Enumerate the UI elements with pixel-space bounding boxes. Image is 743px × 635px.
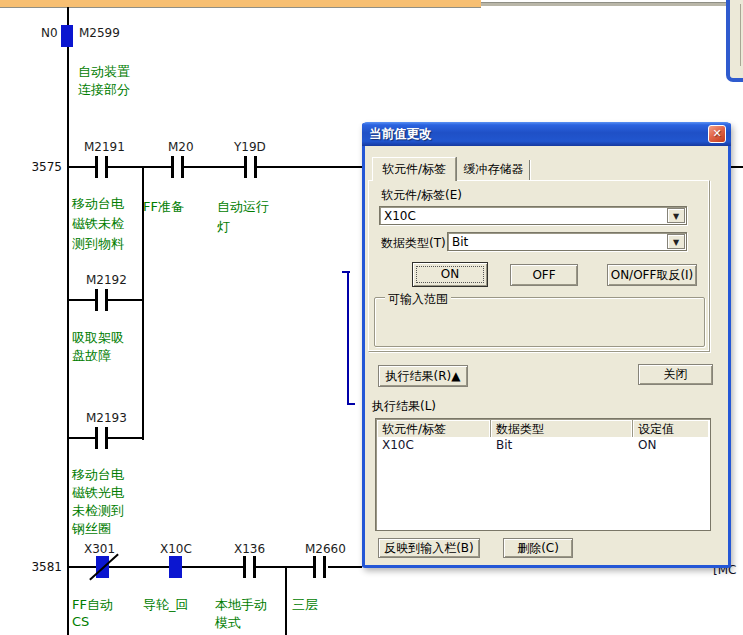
wire (108, 299, 144, 301)
off-button[interactable]: OFF (510, 264, 578, 286)
contact-no[interactable] (95, 427, 98, 449)
contact-no[interactable] (181, 156, 184, 178)
contact-no[interactable] (313, 556, 316, 578)
contact-no-on[interactable] (169, 556, 182, 578)
device-comment: CS (72, 614, 89, 629)
nest-device-label[interactable]: M2599 (79, 26, 120, 40)
row-type: Bit (491, 438, 633, 454)
contact-device-label[interactable]: M20 (168, 140, 194, 154)
dialog-close-button[interactable]: 关闭 (638, 364, 713, 385)
data-type-label: 数据类型(T) (381, 235, 446, 252)
exec-result-toggle-button[interactable]: 执行结果(R)▲ (378, 365, 468, 387)
energized-wire (347, 271, 349, 405)
pane-divider (481, 2, 727, 6)
delete-button[interactable]: 删除(C) (503, 538, 573, 558)
dialog-title: 当前值更改 (369, 126, 432, 141)
contact-device-label[interactable]: M2192 (86, 273, 127, 287)
device-comment: 移动台电 (72, 195, 124, 213)
nest-comment-line1: 自动装置 (78, 63, 130, 81)
contact-device-label[interactable]: M2191 (84, 140, 125, 154)
toolbar-strip (0, 0, 481, 8)
dialog-titlebar[interactable]: 当前值更改 ✕ (362, 122, 731, 146)
rung-number-3581: 3581 (26, 560, 62, 574)
device-comment: 三层 (292, 596, 318, 614)
settable-range-label: 可输入范围 (385, 291, 451, 308)
tab-buffer-memory[interactable]: 缓冲存储器 (458, 160, 530, 180)
nest-comment-line2: 连接部分 (78, 81, 130, 99)
table-row[interactable]: X10C Bit ON (377, 438, 709, 454)
device-comment: 吸取架吸 (72, 329, 124, 347)
wire (108, 166, 171, 168)
contact-device-label[interactable]: M2193 (86, 411, 127, 425)
chevron-down-icon[interactable]: ▼ (667, 208, 685, 223)
chevron-down-icon[interactable]: ▼ (667, 234, 685, 249)
device-comment: 钢丝圈 (72, 520, 111, 538)
contact-no[interactable] (105, 156, 108, 178)
device-comment: FF准备 (143, 198, 184, 216)
device-comment: 模式 (215, 614, 241, 632)
contact-no[interactable] (171, 156, 174, 178)
contact-device-label[interactable]: X10C (160, 542, 192, 556)
contact-no[interactable] (253, 556, 256, 578)
on-button[interactable]: ON (412, 262, 488, 287)
device-comment: FF自动 (72, 596, 113, 614)
device-comment: 未检测到 (72, 502, 124, 520)
data-type-combo[interactable]: Bit ▼ (447, 232, 687, 251)
device-combo-value[interactable]: X10C (384, 209, 416, 223)
contact-no[interactable] (243, 556, 246, 578)
contact-no[interactable] (254, 156, 257, 178)
background-window-corner (726, 0, 743, 82)
column-header[interactable]: 软元件/标签 (377, 420, 491, 437)
contact-no[interactable] (105, 427, 108, 449)
data-type-combo-value[interactable]: Bit (452, 235, 468, 249)
wire (731, 166, 743, 168)
contact-device-label[interactable]: X301 (84, 542, 115, 556)
wire (257, 166, 362, 168)
mc-nest-contact[interactable] (61, 25, 73, 47)
column-header[interactable]: 设定值 (633, 420, 709, 437)
wire (109, 566, 169, 568)
wire (68, 299, 95, 301)
table-header-row: 软元件/标签 数据类型 设定值 (377, 420, 709, 437)
contact-no[interactable] (95, 156, 98, 178)
contact-no[interactable] (95, 289, 98, 311)
contact-no[interactable] (323, 556, 326, 578)
device-combo[interactable]: X10C ▼ (379, 206, 687, 225)
contact-no[interactable] (244, 156, 247, 178)
device-comment: 导轮_回 (143, 596, 189, 614)
contact-device-label[interactable]: M2660 (305, 542, 346, 556)
exec-result-list-label: 执行结果(L) (372, 398, 436, 415)
device-field-label: 软元件/标签(E) (381, 187, 462, 204)
background-window-edge (740, 4, 741, 66)
device-comment: 磁铁未检 (72, 215, 124, 233)
wire (68, 166, 95, 168)
device-comment: 盘故障 (72, 347, 111, 365)
focus-rect (416, 266, 484, 283)
exec-result-table[interactable]: 软元件/标签 数据类型 设定值 X10C Bit ON (375, 418, 711, 531)
device-comment: 灯 (217, 218, 230, 236)
contact-no[interactable] (105, 289, 108, 311)
row-device: X10C (377, 438, 491, 454)
device-comment: 自动运行 (217, 198, 269, 216)
wire (328, 566, 362, 568)
wire (184, 166, 244, 168)
device-comment: 磁铁光电 (72, 484, 124, 502)
branch-rail (285, 566, 287, 635)
reflect-to-input-button[interactable]: 反映到输入栏(B) (378, 538, 480, 558)
row-value: ON (633, 438, 709, 454)
branch-rail (142, 166, 144, 440)
close-icon[interactable]: ✕ (708, 125, 726, 143)
wire (108, 437, 144, 439)
wire (182, 566, 243, 568)
device-comment: 移动台电 (72, 466, 124, 484)
wire (68, 437, 95, 439)
contact-device-label[interactable]: X136 (234, 542, 265, 556)
change-current-value-dialog: 当前值更改 ✕ 软元件/标签 缓冲存储器 软元件/标签(E) X10C ▼ 数据… (362, 123, 731, 568)
nest-label: N0 (41, 26, 58, 40)
contact-device-label[interactable]: Y19D (234, 140, 266, 154)
on-off-toggle-button[interactable]: ON/OFF取反(I) (607, 264, 697, 286)
rung-number-3575: 3575 (26, 160, 62, 174)
column-header[interactable]: 数据类型 (491, 420, 633, 437)
tab-device-label[interactable]: 软元件/标签 (372, 157, 456, 181)
device-comment: 本地手动 (215, 596, 267, 614)
